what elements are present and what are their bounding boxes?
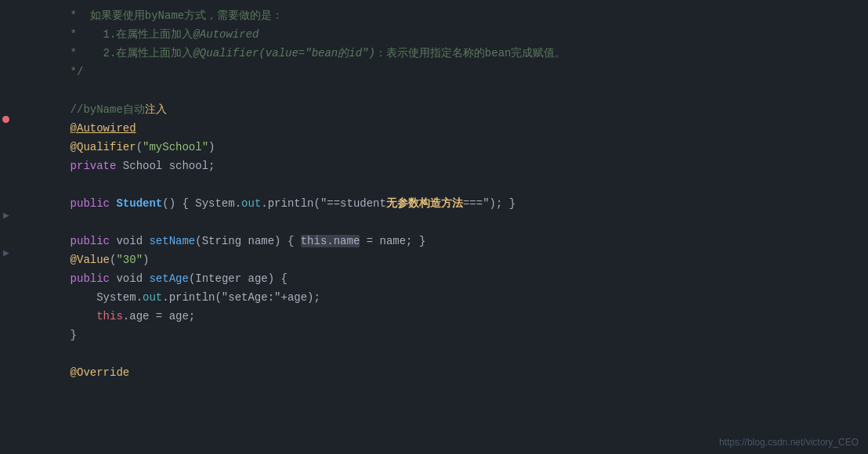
code-line: ▶ public Student() { System.out.println(… — [0, 194, 868, 213]
code-text: @Value("30") — [31, 251, 149, 268]
code-line: * 2.在属性上面加入@Qualifier(value="bean的id")：表… — [0, 44, 868, 63]
code-line: ▶ public void setName(String name) { thi… — [0, 232, 868, 250]
code-text: //byName自动注入 — [31, 101, 167, 118]
code-text: @Autowired — [31, 120, 136, 137]
code-line: * 如果要使用byName方式，需要做的是： — [0, 6, 868, 25]
code-text: @Qualifier("mySchool") — [31, 139, 215, 156]
code-line: public void setAge(Integer age) { — [0, 269, 868, 288]
code-text: * 2.在属性上面加入@Qualifier(value="bean的id")：表… — [31, 45, 566, 62]
code-line: * 1.在属性上面加入@Autowired — [0, 25, 868, 44]
code-text: @Override — [31, 364, 129, 381]
code-line — [0, 213, 868, 232]
code-line: @Autowired — [0, 119, 868, 138]
code-text: System.out.println("setAge:"+age); — [31, 289, 320, 306]
code-text: } — [31, 326, 77, 344]
code-line — [0, 175, 868, 194]
code-text: */ — [31, 63, 83, 81]
code-line — [0, 344, 868, 363]
code-line — [0, 81, 868, 100]
code-text: * 1.在属性上面加入@Autowired — [31, 26, 259, 43]
code-line: @Override — [0, 363, 868, 382]
code-text: public Student() { System.out.println("=… — [31, 195, 515, 212]
watermark: https://blog.csdn.net/victory_CEO — [719, 437, 859, 448]
code-text: public void setAge(Integer age) { — [31, 270, 288, 287]
code-line: this.age = age; — [0, 307, 868, 326]
code-text: private School school; — [31, 157, 215, 175]
code-line: @Value("30") — [0, 250, 868, 269]
code-text — [31, 345, 50, 362]
code-line: } — [0, 326, 868, 344]
code-line: //byName自动注入 — [0, 100, 868, 119]
code-line: System.out.println("setAge:"+age); — [0, 288, 868, 307]
code-line: @Qualifier("mySchool") — [0, 138, 868, 157]
code-line: */ — [0, 63, 868, 81]
code-text: this.age = age; — [31, 308, 195, 325]
code-editor: * 如果要使用byName方式，需要做的是： * 1.在属性上面加入@Autow… — [0, 0, 868, 454]
code-text — [31, 82, 50, 99]
code-line: private School school; — [0, 157, 868, 175]
code-text — [31, 214, 50, 231]
code-text: * 如果要使用byName方式，需要做的是： — [31, 7, 283, 24]
code-text: public void setName(String name) { this.… — [31, 232, 425, 250]
code-text — [31, 176, 50, 193]
